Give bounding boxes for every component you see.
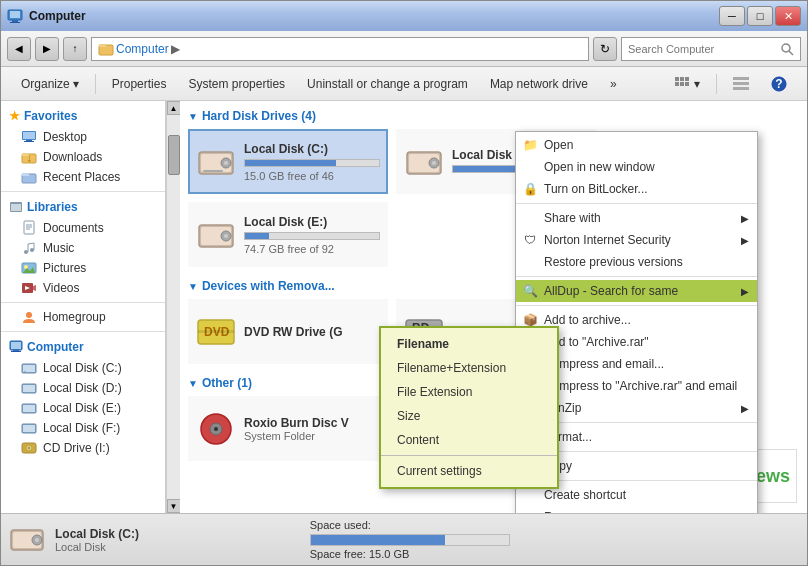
toolbar: Organize ▾ Properties System properties … (1, 67, 807, 101)
hdd-icon-c (196, 142, 236, 182)
search-input[interactable] (628, 43, 776, 55)
ctx-open-new-window[interactable]: Open in new window (516, 156, 757, 178)
drive-e-bar-fill (245, 233, 269, 239)
uninstall-button[interactable]: Uninstall or change a program (297, 73, 478, 95)
drive-info-dvd: DVD RW Drive (G (244, 325, 380, 339)
sidebar-group-libraries: Libraries Documents Music (1, 196, 165, 298)
space-free-label: Space free: 15.0 GB (310, 548, 799, 560)
status-info: Local Disk (C:) Local Disk (55, 527, 300, 553)
details-icon (733, 77, 749, 91)
svg-rect-74 (198, 330, 234, 333)
space-used-label: Space used: (310, 519, 799, 531)
alldup-submenu: Filename Filename+Extension File Extensi… (379, 326, 559, 489)
svg-point-49 (24, 371, 26, 373)
drive-item-dvd[interactable]: DVD DVD RW Drive (G (188, 299, 388, 364)
drive-e-name: Local Disk (E:) (244, 215, 380, 229)
ctx-bitlocker[interactable]: 🔒 Turn on BitLocker... (516, 178, 757, 200)
scroll-thumb[interactable] (168, 135, 180, 175)
norton-icon: 🛡 (522, 232, 538, 248)
ctx-rename[interactable]: Rename (516, 506, 757, 513)
homegroup-icon (21, 309, 37, 325)
local-disk-e-icon (21, 400, 37, 416)
open-icon: 📁 (522, 137, 538, 153)
sub-item-filename-ext[interactable]: Filename+Extension (381, 356, 557, 380)
sidebar-item-recent-places[interactable]: Recent Places (1, 167, 165, 187)
sidebar-item-videos[interactable]: Videos (1, 278, 165, 298)
svg-rect-51 (23, 385, 35, 392)
desktop-icon (21, 129, 37, 145)
address-field[interactable]: Computer ▶ (91, 37, 589, 61)
scroll-up-button[interactable]: ▲ (167, 101, 181, 115)
ctx-alldup[interactable]: 🔍 AllDup - Search for same ▶ (516, 280, 757, 302)
sub-item-filename[interactable]: Filename (381, 332, 557, 356)
sidebar-item-downloads[interactable]: ↓ Downloads (1, 147, 165, 167)
svg-rect-21 (24, 141, 34, 142)
drive-c-free: 15.0 GB free of 46 (244, 170, 380, 182)
sub-item-file-extension[interactable]: File Extension (381, 380, 557, 404)
drive-item-roxio[interactable]: Roxio Burn Disc V System Folder (188, 396, 388, 461)
details-button[interactable] (723, 73, 759, 95)
sidebar-item-local-f[interactable]: Local Disk (F:) (1, 418, 165, 438)
svg-point-42 (26, 312, 32, 318)
refresh-button[interactable]: ↻ (593, 37, 617, 61)
norton-submenu-arrow: ▶ (741, 235, 749, 246)
ctx-separator-1 (516, 203, 757, 204)
svg-point-80 (214, 427, 218, 431)
address-bar: ◀ ▶ ↑ Computer ▶ ↻ (1, 31, 807, 67)
sidebar-wrapper: ★ Favorites Desktop ↓ Downloads (1, 101, 180, 513)
sidebar: ★ Favorites Desktop ↓ Downloads (1, 101, 166, 513)
bitlocker-icon: 🔒 (522, 181, 538, 197)
path-computer[interactable]: Computer (116, 42, 169, 56)
help-button[interactable]: ? (761, 72, 797, 96)
local-disk-d-icon (21, 380, 37, 396)
sidebar-group-computer: Computer Local Disk (C:) Local Disk (D:) (1, 336, 165, 458)
sidebar-item-documents[interactable]: Documents (1, 218, 165, 238)
videos-icon (21, 280, 37, 296)
scroll-down-button[interactable]: ▼ (167, 499, 181, 513)
forward-button[interactable]: ▶ (35, 37, 59, 61)
drive-item-e[interactable]: Local Disk (E:) 74.7 GB free of 92 (188, 202, 388, 267)
sidebar-item-pictures[interactable]: Pictures (1, 258, 165, 278)
ctx-share-with[interactable]: Share with ▶ (516, 207, 757, 229)
sub-item-size[interactable]: Size (381, 404, 557, 428)
sidebar-item-desktop[interactable]: Desktop (1, 127, 165, 147)
svg-rect-55 (23, 425, 35, 432)
system-properties-button[interactable]: System properties (178, 73, 295, 95)
more-button[interactable]: » (600, 73, 627, 95)
sidebar-item-local-c[interactable]: Local Disk (C:) (1, 358, 165, 378)
ctx-open[interactable]: 📁 Open (516, 134, 757, 156)
ctx-separator-2 (516, 276, 757, 277)
sidebar-item-cd-drive[interactable]: CD Drive (I:) (1, 438, 165, 458)
sidebar-item-homegroup[interactable]: Homegroup (1, 307, 165, 327)
sub-item-content[interactable]: Content (381, 428, 557, 452)
sidebar-scrollbar[interactable]: ▲ ▼ (166, 101, 180, 513)
address-path: Computer ▶ (98, 41, 180, 57)
dvd-drive-name: DVD RW Drive (G (244, 325, 380, 339)
drive-e-bar (244, 232, 380, 240)
views-button[interactable]: ▾ (665, 73, 710, 95)
status-space-info: Space used: Space free: 15.0 GB (310, 519, 799, 560)
up-button[interactable]: ↑ (63, 37, 87, 61)
hard-disk-section-header: ▼ Hard Disk Drives (4) (188, 109, 799, 123)
folder-icon (98, 41, 114, 57)
maximize-button[interactable]: □ (747, 6, 773, 26)
sidebar-item-music[interactable]: Music (1, 238, 165, 258)
drive-item-c[interactable]: Local Disk (C:) 15.0 GB free of 46 (188, 129, 388, 194)
ctx-restore-versions[interactable]: Restore previous versions (516, 251, 757, 273)
sidebar-item-local-d[interactable]: Local Disk (D:) (1, 378, 165, 398)
properties-button[interactable]: Properties (102, 73, 177, 95)
sidebar-item-local-e[interactable]: Local Disk (E:) (1, 398, 165, 418)
ctx-norton[interactable]: 🛡 Norton Internet Security ▶ (516, 229, 757, 251)
svg-rect-7 (675, 77, 679, 81)
drive-e-free: 74.7 GB free of 92 (244, 243, 380, 255)
hdd-icon-d (404, 142, 444, 182)
sub-item-current-settings[interactable]: Current settings (381, 459, 557, 483)
minimize-button[interactable]: ─ (719, 6, 745, 26)
search-field[interactable] (621, 37, 801, 61)
svg-rect-63 (203, 170, 223, 172)
close-button[interactable]: ✕ (775, 6, 801, 26)
title-bar-title: Computer (29, 9, 86, 23)
organize-button[interactable]: Organize ▾ (11, 73, 89, 95)
back-button[interactable]: ◀ (7, 37, 31, 61)
map-drive-button[interactable]: Map network drive (480, 73, 598, 95)
